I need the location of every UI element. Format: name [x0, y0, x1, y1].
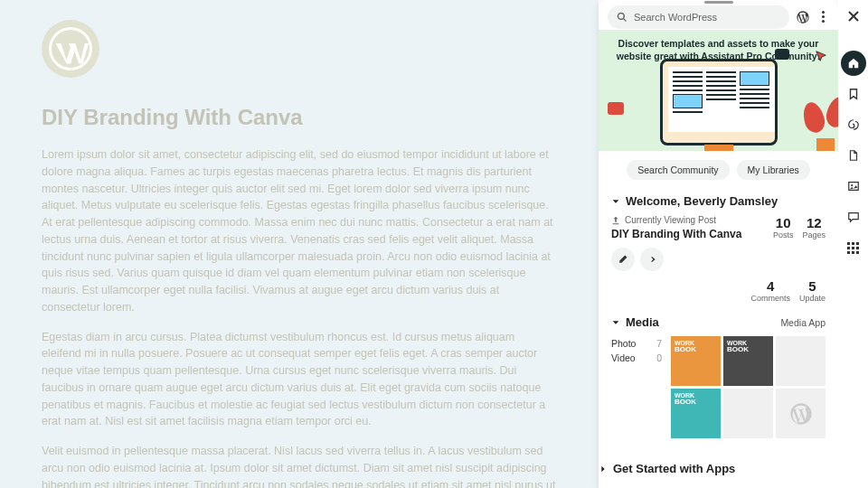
go-button[interactable]	[640, 248, 664, 271]
search-input[interactable]: Search WordPress	[608, 5, 789, 29]
app-rail	[838, 0, 868, 488]
cursor-icon	[815, 50, 827, 62]
apps-heading: Get Started with Apps	[613, 462, 735, 475]
post-title: DIY Branding With Canva	[42, 105, 557, 130]
current-post-title: DIY Branding With Canva	[611, 228, 764, 240]
media-filters: Photo7 Video0	[611, 336, 662, 438]
welcome-section: Welcome, Beverly Damsley Currently Viewi…	[599, 189, 838, 310]
filter-photo[interactable]: Photo7	[611, 336, 662, 351]
welcome-heading: Welcome, Beverly Damsley	[626, 194, 778, 208]
rail-comment-icon[interactable]	[841, 204, 866, 230]
close-icon[interactable]	[846, 9, 861, 23]
my-libraries-button[interactable]: My Libraries	[737, 160, 810, 180]
search-community-button[interactable]: Search Community	[627, 160, 729, 180]
stat-posts[interactable]: 10 Posts	[773, 215, 794, 271]
rail-apps-icon[interactable]	[841, 235, 866, 260]
wordpress-icon[interactable]	[796, 10, 810, 24]
plant-illustration	[804, 97, 838, 151]
panel-toolbar: Search WordPress	[599, 5, 838, 30]
filter-video[interactable]: Video0	[611, 351, 662, 365]
media-thumb[interactable]	[723, 389, 773, 438]
page-main: DIY Branding With Canva Lorem ipsum dolo…	[0, 0, 599, 488]
post-paragraph: Lorem ipsum dolor sit amet, consectetur …	[42, 146, 557, 316]
more-menu-icon[interactable]	[816, 11, 829, 23]
search-placeholder: Search WordPress	[634, 12, 717, 23]
post-paragraph: Velit euismod in pellentesque massa plac…	[42, 443, 557, 488]
search-icon	[617, 12, 627, 23]
rail-image-icon[interactable]	[841, 174, 866, 199]
rail-bookmark-icon[interactable]	[841, 81, 866, 107]
chevron-down-icon[interactable]	[611, 197, 620, 206]
media-thumb[interactable]: WORKBOOK	[671, 336, 721, 386]
media-thumb[interactable]: WORKBOOK	[671, 389, 721, 438]
chevron-right-icon[interactable]	[599, 465, 608, 474]
media-thumbnails: WORKBOOK WORKBOOK WORKBOOK	[671, 336, 826, 438]
stat-updates[interactable]: 5 Update	[799, 278, 826, 303]
upload-icon	[611, 216, 620, 225]
edit-button[interactable]	[611, 248, 635, 271]
wordpress-logo	[42, 20, 99, 78]
media-thumb[interactable]: WORKBOOK	[723, 336, 773, 386]
speech-bubble-icon	[775, 49, 789, 60]
media-app-link[interactable]: Media App	[780, 317, 826, 328]
speech-bubble-icon	[608, 102, 624, 115]
stat-pages[interactable]: 12 Pages	[802, 215, 826, 271]
rail-swirl-icon[interactable]	[841, 112, 866, 137]
media-heading: Media	[626, 315, 659, 329]
apps-section: Get Started with Apps	[599, 447, 838, 488]
stat-comments[interactable]: 4 Comments	[750, 278, 790, 303]
monitor-illustration	[660, 59, 778, 145]
post-paragraph: Egestas diam in arcu cursus. Platea dict…	[42, 329, 557, 431]
rail-home-icon[interactable]	[841, 51, 866, 76]
media-thumb[interactable]	[776, 389, 826, 438]
svg-point-2	[851, 184, 853, 186]
media-section: Media Media App Photo7 Video0 WORKBOOK W…	[599, 310, 838, 447]
assistant-panel: Search WordPress Discover templates and …	[599, 0, 838, 488]
chevron-down-icon[interactable]	[611, 318, 620, 327]
hero-actions: Search Community My Libraries	[599, 151, 838, 189]
currently-viewing-label: Currently Viewing Post	[611, 215, 764, 225]
rail-document-icon[interactable]	[841, 143, 866, 168]
hero-banner: Discover templates and assets to make yo…	[599, 30, 838, 151]
media-thumb[interactable]	[776, 336, 826, 386]
